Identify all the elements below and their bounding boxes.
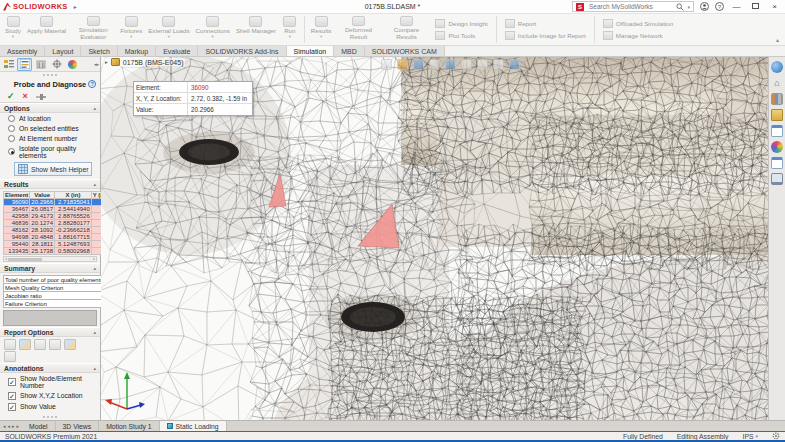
save-as-sensor-icon[interactable] <box>4 339 16 350</box>
tab-evaluate[interactable]: Evaluate <box>156 46 198 56</box>
view-settings-icon[interactable] <box>509 59 520 70</box>
menu-expand-arrow-icon[interactable] <box>74 3 77 10</box>
results-row[interactable]: 4816228.1092-0.23666218-1. <box>4 227 110 234</box>
external-loads-button[interactable]: External Loads <box>145 14 192 45</box>
minimize-button[interactable]: — <box>730 0 743 13</box>
results-row[interactable]: 4683620.12742.882801770. <box>4 220 110 227</box>
appearances-scenes-icon[interactable] <box>771 141 783 153</box>
feature-manager-tab[interactable] <box>1 58 16 71</box>
tab-model[interactable]: Model <box>22 421 56 431</box>
flyout-feature-tree[interactable]: 0175B (BMS-E045) <box>103 58 185 66</box>
checkbox-show-value[interactable]: Show Value <box>0 401 100 412</box>
results-group-header[interactable]: Results <box>0 179 100 189</box>
forum-icon[interactable] <box>771 173 783 185</box>
close-button[interactable]: × <box>768 0 781 13</box>
edit-appearance-icon[interactable] <box>493 59 504 70</box>
annotations-group-header[interactable]: Annotations <box>0 363 100 373</box>
user-account-icon[interactable] <box>700 2 709 11</box>
run-button[interactable]: Run <box>279 14 301 45</box>
poor-quality-element-highlight[interactable] <box>358 204 399 248</box>
include-image-for-report-button[interactable]: Include Image for Report <box>505 31 586 40</box>
tab-solidworks-cam[interactable]: SOLIDWORKS CAM <box>365 46 445 56</box>
response-graph-icon[interactable] <box>34 339 46 350</box>
section-view-icon[interactable] <box>429 59 440 70</box>
results-row[interactable]: 4295829.41732.887655260. <box>4 213 110 220</box>
simulation-evaluator-button[interactable]: Simulation Evaluator <box>69 14 117 45</box>
property-manager-tab[interactable] <box>17 58 32 71</box>
panel-help-icon[interactable]: ? <box>88 80 96 88</box>
tab-strip-overflow-icon[interactable] <box>94 61 99 67</box>
tab-markup[interactable]: Markup <box>118 46 156 56</box>
deformed-result-button[interactable]: Deformed Result <box>334 14 382 45</box>
hide-show-items-icon[interactable] <box>477 59 488 70</box>
save-results-icon[interactable] <box>19 339 31 350</box>
tab-solidworks-add-ins[interactable]: SOLIDWORKS Add-Ins <box>198 46 286 56</box>
radio-isolate-poor-quality-elements[interactable]: Isolate poor quality elements <box>0 143 100 160</box>
summary-group-header[interactable]: Summary <box>0 263 100 273</box>
fixtures-button[interactable]: Fixtures <box>117 14 145 45</box>
report-options-group-header[interactable]: Report Options <box>0 327 100 337</box>
view-palette-icon[interactable] <box>771 125 783 137</box>
tab-static-loading[interactable]: Static Loading <box>160 421 227 431</box>
search-box[interactable]: S <box>572 1 694 12</box>
units-selector[interactable]: IPS <box>743 433 758 440</box>
tab-assembly[interactable]: Assembly <box>0 46 45 56</box>
previous-view-icon[interactable] <box>413 59 424 70</box>
tab-scroll-buttons[interactable]: ◂◂▸▸ <box>0 421 22 431</box>
ribbon-collapse-chevron-icon[interactable] <box>776 36 779 43</box>
pin-button[interactable] <box>36 92 46 101</box>
custom-properties-icon[interactable] <box>771 157 783 169</box>
help-icon[interactable]: ? <box>715 2 724 11</box>
plot-history-graph-icon[interactable] <box>49 339 61 350</box>
options-group-header[interactable]: Options <box>0 103 100 113</box>
design-library-icon[interactable] <box>771 93 783 105</box>
results-table[interactable]: Element Value X (in) Y (in) 3609020.2966… <box>3 191 110 255</box>
search-input[interactable] <box>587 2 663 11</box>
design-insight-button[interactable]: Design Insight <box>435 19 487 28</box>
results-row[interactable]: 3646726.08172.544149400. <box>4 206 110 213</box>
tab-layout[interactable]: Layout <box>45 46 81 56</box>
flyout-expand-arrow-icon[interactable] <box>105 59 108 65</box>
tab-mbd[interactable]: MBD <box>334 46 365 56</box>
file-explorer-icon[interactable] <box>771 109 783 121</box>
display-manager-tab[interactable] <box>65 58 80 71</box>
apply-material-button[interactable]: Apply Material <box>24 14 69 45</box>
report-button[interactable]: Report <box>505 19 586 28</box>
search-icon[interactable] <box>676 3 684 11</box>
offloaded-simulation-button[interactable]: Offloaded Simulation <box>603 19 673 28</box>
copy-to-clipboard-icon[interactable] <box>4 351 16 362</box>
results-button[interactable]: Results <box>308 14 335 45</box>
ok-button[interactable] <box>7 92 15 101</box>
panel-bottom-resize-handle[interactable] <box>0 414 100 420</box>
view-orientation-icon[interactable] <box>445 59 456 70</box>
poor-quality-element-highlight[interactable] <box>269 173 286 207</box>
zoom-area-icon[interactable] <box>397 59 408 70</box>
checkbox-show-node-element-number[interactable]: Show Node/Element Number <box>0 373 100 390</box>
capture-image-icon[interactable] <box>64 339 76 350</box>
display-style-icon[interactable] <box>461 59 472 70</box>
results-horizontal-scrollbar[interactable]: ◂▸ <box>3 256 97 262</box>
threedexperience-icon[interactable] <box>771 61 783 73</box>
search-scope-caret-icon[interactable] <box>687 4 690 10</box>
tab-sketch[interactable]: Sketch <box>81 46 117 56</box>
radio-at-element-number[interactable]: At Element number <box>0 133 100 143</box>
restore-button[interactable] <box>749 0 762 13</box>
plot-tools-button[interactable]: Plot Tools <box>435 31 487 40</box>
tab-simulation[interactable]: Simulation <box>287 46 335 56</box>
shell-manager-button[interactable]: Shell Manager <box>233 14 279 45</box>
dimxpert-manager-tab[interactable] <box>49 58 64 71</box>
results-row[interactable]: 9469820.48481.881677151. <box>4 234 110 241</box>
cancel-button[interactable] <box>23 92 28 101</box>
results-row[interactable]: 13343525.17380.58002968-0. <box>4 248 110 255</box>
manage-network-button[interactable]: Manage Network <box>603 31 673 40</box>
results-row[interactable]: 9544028.18115.124876930. <box>4 241 110 248</box>
quick-tips-gear-icon[interactable] <box>772 432 780 440</box>
compare-results-button[interactable]: Compare Results <box>382 14 430 45</box>
connections-button[interactable]: Connections <box>193 14 233 45</box>
checkbox-show-xyz-location[interactable]: Show X,Y,Z Location <box>0 390 100 401</box>
tab-3d-views[interactable]: 3D Views <box>56 421 100 431</box>
show-mesh-helper-button[interactable]: Show Mesh Helper <box>14 162 92 176</box>
radio-on-selected-entities[interactable]: On selected entities <box>0 123 100 133</box>
study-button[interactable]: Study <box>2 14 24 45</box>
graphics-viewport[interactable]: 0175B (BMS-E045) Element: 36090 <box>101 57 768 420</box>
